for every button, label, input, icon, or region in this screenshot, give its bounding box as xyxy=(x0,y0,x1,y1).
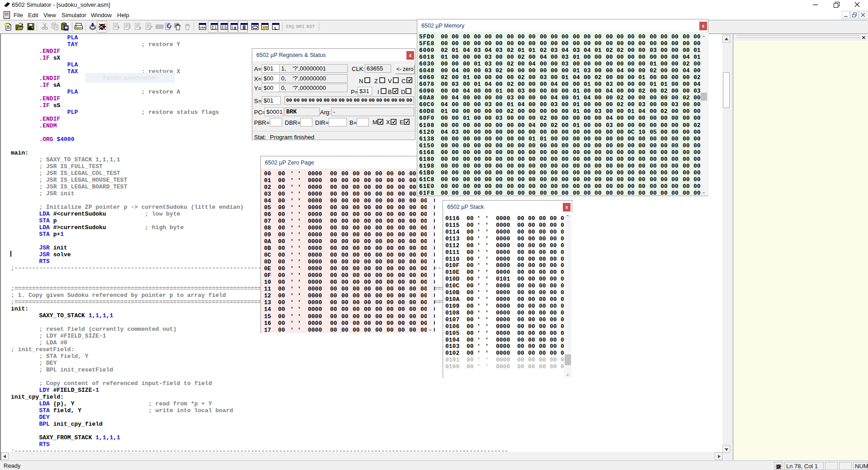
svg-text:LDA: LDA xyxy=(200,26,206,29)
svg-text:P: P xyxy=(215,27,217,30)
svg-text:0: 0 xyxy=(234,26,236,30)
svg-text:X: X xyxy=(212,27,214,30)
svg-text:65: 65 xyxy=(5,12,9,16)
svg-text:123: 123 xyxy=(262,26,268,29)
svg-text:L: L xyxy=(274,25,277,30)
